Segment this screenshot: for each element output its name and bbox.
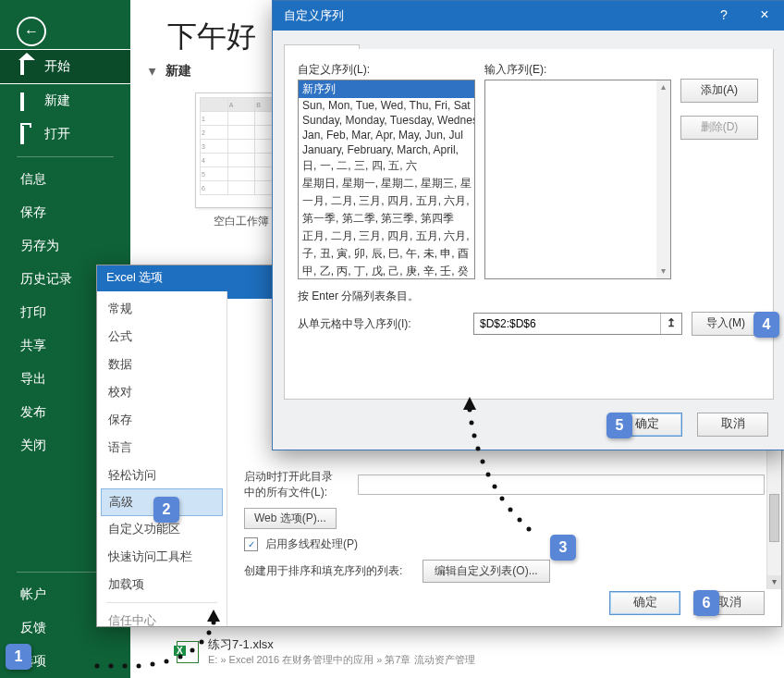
list-item[interactable]: January, February, March, April,	[299, 142, 474, 157]
list-item[interactable]: 子, 丑, 寅, 卯, 辰, 巳, 午, 未, 申, 酉	[299, 245, 474, 263]
recent-file-row[interactable]: 练习7-1.xlsx E: » Excel 2016 在财务管理中的应用 » 第…	[177, 636, 475, 667]
sidebar-item-saveas[interactable]: 另存为	[0, 229, 130, 263]
import-range-input[interactable]	[474, 314, 660, 334]
step-badge-5: 5	[606, 413, 632, 438]
sidebar-item-save[interactable]: 保存	[0, 196, 130, 229]
entries-scrollbar[interactable]: ▴ ▾	[656, 80, 670, 278]
list-item[interactable]: 星期日, 星期一, 星期二, 星期三, 星	[299, 175, 474, 192]
startup-dir-label: 启动时打开此目录 中的所有文件(L):	[244, 469, 350, 500]
options-nav-proofing[interactable]: 校对	[97, 378, 227, 406]
doc-icon	[20, 94, 33, 107]
custom-lists-cancel-button[interactable]: 取消	[697, 413, 768, 437]
sidebar-item-info[interactable]: 信息	[0, 163, 130, 196]
options-nav-general[interactable]: 常规	[97, 295, 227, 323]
custom-lists-dialog: 自定义序列 ? × 自定义序列 自定义序列(L): 新序列 Sun, Mon, …	[272, 0, 784, 450]
range-picker-icon[interactable]: ↥	[660, 314, 681, 334]
options-nav-language[interactable]: 语言	[97, 434, 227, 462]
scroll-down-icon[interactable]: ▾	[767, 575, 781, 589]
list-item[interactable]: Jan, Feb, Mar, Apr, May, Jun, Jul	[299, 128, 474, 142]
list-entries-label: 输入序列(E):	[484, 62, 671, 78]
sidebar-item-home[interactable]: 开始	[0, 49, 130, 84]
list-item[interactable]: 正月, 二月, 三月, 四月, 五月, 六月,	[299, 228, 474, 245]
import-from-cells-label: 从单元格中导入序列(I):	[298, 316, 464, 332]
options-ok-button[interactable]: 确定	[609, 591, 680, 615]
close-icon[interactable]: ×	[744, 1, 784, 31]
scroll-up-icon[interactable]: ▴	[656, 80, 670, 94]
options-nav-qat[interactable]: 快速访问工具栏	[97, 543, 227, 571]
options-nav-addins[interactable]: 加载项	[97, 571, 227, 598]
create-list-label: 创建用于排序和填充序列的列表:	[244, 563, 402, 579]
sidebar-item-label: 新建	[44, 92, 70, 109]
options-nav-formulas[interactable]: 公式	[97, 323, 227, 351]
home-icon	[20, 60, 33, 73]
greeting-title: 下午好	[167, 17, 256, 57]
list-item[interactable]: 甲, 乙, 丙, 丁, 戊, 己, 庚, 辛, 壬, 癸	[299, 263, 474, 279]
help-icon[interactable]: ?	[704, 1, 744, 31]
list-item[interactable]: 一月, 二月, 三月, 四月, 五月, 六月,	[299, 192, 474, 210]
back-icon[interactable]: ←	[17, 17, 46, 46]
custom-lists-title: 自定义序列	[284, 7, 344, 24]
step-badge-2: 2	[153, 497, 179, 523]
multithread-label: 启用多线程处理(P)	[265, 536, 358, 552]
options-nav-data[interactable]: 数据	[97, 351, 227, 378]
recent-file-name: 练习7-1.xlsx	[208, 636, 475, 653]
sidebar-item-label: 打开	[44, 126, 70, 142]
list-item[interactable]: Sunday, Monday, Tuesday, Wednesday	[299, 113, 474, 128]
step-badge-4: 4	[753, 312, 779, 338]
list-entries-textarea[interactable]: ▴ ▾	[484, 80, 671, 279]
multithread-checkbox[interactable]: ✓	[244, 537, 258, 551]
folder-icon	[20, 128, 33, 141]
options-nav-save[interactable]: 保存	[97, 406, 227, 434]
list-item[interactable]: 新序列	[299, 80, 474, 98]
custom-lists-titlebar[interactable]: 自定义序列 ? ×	[273, 1, 784, 31]
web-options-button[interactable]: Web 选项(P)...	[244, 508, 337, 529]
sidebar-item-new[interactable]: 新建	[0, 84, 130, 117]
list-item[interactable]: 第一季, 第二季, 第三季, 第四季	[299, 210, 474, 228]
edit-custom-lists-button[interactable]: 编辑自定义列表(O)...	[423, 560, 549, 583]
custom-lists-listbox[interactable]: 新序列 Sun, Mon, Tue, Wed, Thu, Fri, Sat Su…	[298, 80, 475, 279]
new-section-header[interactable]: ▶ 新建	[149, 63, 191, 80]
import-button[interactable]: 导入(M)	[692, 312, 760, 336]
step-badge-6: 6	[693, 590, 719, 616]
options-nav-ease[interactable]: 轻松访问	[97, 462, 227, 489]
excel-file-icon	[177, 641, 199, 663]
options-nav: 常规 公式 数据 校对 保存 语言 轻松访问 高级 自定义功能区 快速访问工具栏…	[97, 291, 227, 626]
step-badge-3: 3	[550, 535, 576, 561]
sidebar-item-label: 开始	[44, 58, 70, 75]
startup-dir-input[interactable]	[358, 475, 765, 495]
list-item[interactable]: 日, 一, 二, 三, 四, 五, 六	[299, 157, 474, 175]
recent-file-path: E: » Excel 2016 在财务管理中的应用 » 第7章 流动资产管理	[208, 653, 475, 667]
step-badge-1: 1	[6, 644, 31, 670]
custom-lists-label: 自定义序列(L):	[298, 62, 475, 78]
chevron-down-icon: ▶	[148, 68, 158, 76]
list-item[interactable]: Sun, Mon, Tue, Wed, Thu, Fri, Sat	[299, 98, 474, 113]
add-button[interactable]: 添加(A)	[680, 79, 758, 103]
scroll-thumb[interactable]	[769, 494, 779, 542]
sidebar-item-open[interactable]: 打开	[0, 117, 130, 151]
delete-button[interactable]: 删除(D)	[680, 116, 758, 140]
scroll-down-icon[interactable]: ▾	[656, 265, 670, 278]
import-range-refedit[interactable]: ↥	[473, 313, 682, 335]
enter-hint-label: 按 Enter 分隔列表条目。	[298, 289, 760, 304]
options-nav-trust[interactable]: 信任中心	[97, 607, 227, 626]
